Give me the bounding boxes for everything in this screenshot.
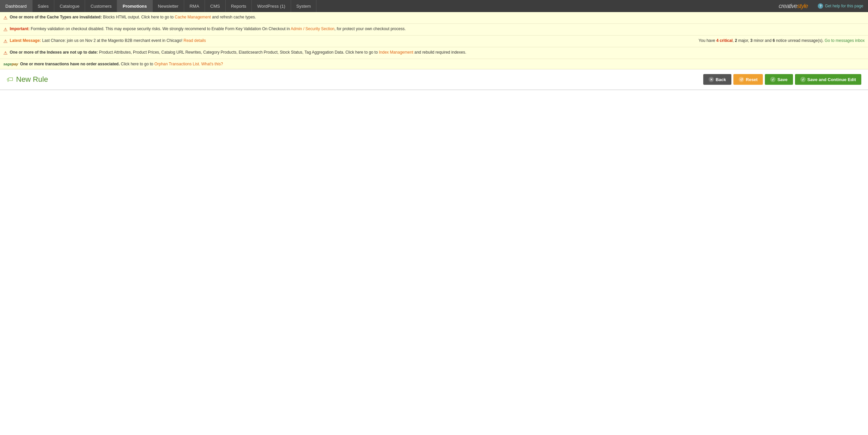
notice-count: 6: [773, 38, 775, 43]
link-orphan-transactions[interactable]: Orphan Transactions List.: [154, 62, 200, 66]
save-continue-button-icon: ✓: [800, 77, 806, 82]
message-sagepay: sagepay One or more transactions have no…: [0, 59, 868, 69]
main-content: [0, 90, 868, 258]
brand-text-creative: creative: [779, 3, 797, 10]
save-continue-button-label: Save and Continue Edit: [807, 77, 856, 82]
nav-wordpress[interactable]: WordPress (1): [252, 0, 291, 12]
message-indexes-text: One or more of the Indexes are not up to…: [10, 49, 865, 55]
back-button[interactable]: ✕ Back: [703, 74, 732, 85]
save-button-label: Save: [777, 77, 787, 82]
link-read-details[interactable]: Read details: [184, 38, 206, 43]
page-title-icon: 🏷: [7, 76, 13, 83]
link-messages-inbox[interactable]: Go to messages inbox: [825, 38, 865, 43]
error-icon-indexes: ⚠: [3, 50, 8, 57]
sagepay-logo-pay: pay: [12, 62, 18, 66]
help-icon: ?: [818, 3, 823, 9]
nav-promotions[interactable]: Promotions: [117, 0, 152, 12]
reset-button-label: Reset: [746, 77, 757, 82]
message-cache: ⚠ One or more of the Cache Types are inv…: [0, 12, 868, 24]
error-icon-cache: ⚠: [3, 14, 8, 22]
nav-newsletter[interactable]: Newsletter: [153, 0, 184, 12]
back-button-icon: ✕: [709, 77, 714, 82]
brand-text-style: style: [797, 3, 808, 10]
nav-system[interactable]: System: [291, 0, 316, 12]
link-cache-management[interactable]: Cache Management: [175, 15, 211, 20]
back-button-label: Back: [716, 77, 726, 82]
message-sagepay-text: One or more transactions have no order a…: [20, 61, 865, 67]
message-cache-text: One or more of the Cache Types are inval…: [10, 14, 865, 20]
save-button-icon: ✓: [770, 77, 776, 82]
message-formkey-text: Important: Formkey validation on checkou…: [10, 26, 865, 32]
message-indexes: ⚠ One or more of the Indexes are not up …: [0, 47, 868, 59]
nav-items: Dashboard Sales Catalogue Customers Prom…: [0, 0, 773, 12]
sagepay-icon: sagepay: [3, 61, 18, 67]
reset-button-icon: ↺: [739, 77, 744, 82]
nav-brand: creativestyle: [773, 0, 813, 12]
message-latest: ⚠ Latest Message: Last Chance: join us o…: [0, 35, 868, 47]
nav-catalogue[interactable]: Catalogue: [54, 0, 85, 12]
nav-sales[interactable]: Sales: [32, 0, 55, 12]
error-icon-latest: ⚠: [3, 38, 8, 45]
page-header: 🏷 New Rule ✕ Back ↺ Reset ✓ Save ✓ Save …: [0, 69, 868, 90]
content-wrapper: 🏷 New Rule ✕ Back ↺ Reset ✓ Save ✓ Save …: [0, 69, 868, 435]
nav-cms[interactable]: CMS: [205, 0, 226, 12]
page-actions: ✕ Back ↺ Reset ✓ Save ✓ Save and Continu…: [703, 74, 861, 85]
nav-reports[interactable]: Reports: [226, 0, 252, 12]
link-index-management[interactable]: Index Management: [379, 50, 413, 55]
sagepay-logo-sage: sage: [3, 62, 12, 66]
messages-area: ⚠ One or more of the Cache Types are inv…: [0, 12, 868, 69]
message-formkey: ⚠ Important: Formkey validation on check…: [0, 24, 868, 35]
critical-count: 4 critical: [716, 38, 733, 43]
reset-button[interactable]: ↺ Reset: [733, 74, 763, 85]
minor-count: 3: [750, 38, 752, 43]
page-title: New Rule: [16, 75, 48, 84]
help-text: Get help for this page: [825, 4, 863, 8]
save-button[interactable]: ✓ Save: [765, 74, 793, 85]
link-whats-this[interactable]: What's this?: [201, 62, 223, 66]
nav-customers[interactable]: Customers: [85, 0, 117, 12]
nav-help[interactable]: ? Get help for this page: [813, 0, 868, 12]
error-icon-formkey: ⚠: [3, 26, 8, 33]
top-navigation: Dashboard Sales Catalogue Customers Prom…: [0, 0, 868, 12]
message-latest-text: Latest Message: Last Chance: join us on …: [10, 37, 692, 44]
save-continue-button[interactable]: ✓ Save and Continue Edit: [795, 74, 861, 85]
nav-dashboard[interactable]: Dashboard: [0, 0, 32, 12]
message-inbox-notice: You have 4 critical, 2 major, 3 minor an…: [692, 37, 865, 44]
page-title-area: 🏷 New Rule: [7, 75, 48, 84]
nav-rma[interactable]: RMA: [184, 0, 205, 12]
major-count: 2: [735, 38, 737, 43]
link-admin-security[interactable]: Admin / Security Section: [291, 27, 335, 31]
